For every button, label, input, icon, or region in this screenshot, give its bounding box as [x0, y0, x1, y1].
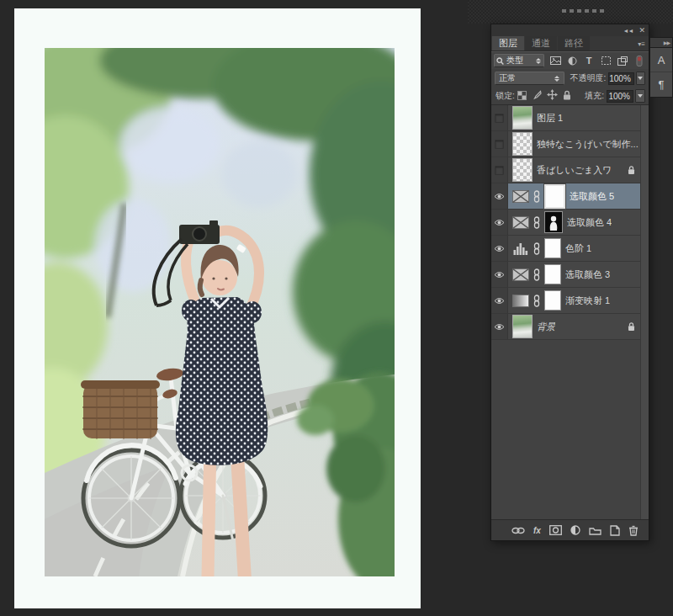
blend-mode-value: 正常 [499, 72, 516, 84]
lock-label: 锁定: [495, 90, 515, 102]
layer-row-dokutoku[interactable]: 独特なこうげいで制作... [491, 131, 649, 157]
opacity-dropdown-icon[interactable] [636, 72, 645, 85]
filter-kind-dropdown[interactable]: 类型 [494, 54, 544, 67]
tab-channels[interactable]: 通道 [525, 36, 557, 50]
eye-icon [494, 323, 505, 331]
layer-mask-thumbnail[interactable] [544, 264, 561, 284]
levels-icon [512, 242, 529, 255]
layers-panel: ◄◄ ✕ 图层 通道 路径 ▾≡ 类型 T [490, 24, 649, 541]
visibility-empty-well [495, 140, 504, 149]
visibility-toggle[interactable] [491, 183, 508, 209]
lock-icon [628, 166, 635, 175]
canvas-matte [14, 8, 421, 608]
background-dashes [562, 9, 607, 13]
panel-menu-icon[interactable]: ▾≡ [638, 40, 645, 48]
layer-row-selective-color-3[interactable]: 选取颜色 3 [491, 262, 649, 288]
collapsed-panel-dock: ▶▶ A ¶ [649, 37, 673, 98]
lock-all-icon[interactable] [563, 88, 571, 104]
layer-row-levels-1[interactable]: 色阶 1 [491, 236, 649, 262]
layer-row-kobashii[interactable]: 香ばしいごま入ワ [491, 157, 649, 183]
layer-filter-row: 类型 T [491, 51, 649, 69]
tab-layers[interactable]: 图层 [492, 36, 524, 50]
opacity-label: 不透明度: [570, 72, 606, 84]
layer-style-fx-icon[interactable]: fx [533, 526, 541, 535]
eye-icon [494, 219, 505, 226]
layer-row-gradient-map-1[interactable]: 渐变映射 1 [491, 288, 649, 314]
close-panel-icon[interactable]: ✕ [639, 26, 644, 35]
layer-name: 色阶 1 [565, 242, 591, 255]
visibility-empty-well [495, 166, 504, 175]
mask-link-icon[interactable] [533, 268, 540, 281]
layer-name: 渐变映射 1 [565, 295, 610, 307]
layer-name: 选取颜色 4 [567, 216, 612, 229]
paragraph-panel-button[interactable]: ¶ [650, 72, 672, 97]
panel-bottom-bar: fx [491, 519, 649, 540]
visibility-toggle[interactable] [491, 262, 508, 287]
search-icon [496, 57, 504, 65]
mask-link-icon[interactable] [533, 216, 540, 229]
eye-icon [494, 297, 505, 305]
new-layer-icon[interactable] [610, 525, 620, 536]
filter-shape-layers-icon[interactable] [599, 55, 612, 67]
layer-row-background[interactable]: 背景 [491, 314, 649, 340]
scrollbar[interactable] [640, 105, 649, 519]
visibility-toggle[interactable] [491, 210, 508, 235]
layers-list: 图层 1 独特なこうげいで制作... 香ばしいごま入ワ [491, 105, 649, 519]
tab-paths[interactable]: 路径 [558, 36, 590, 50]
mask-link-icon[interactable] [533, 190, 540, 203]
visibility-toggle[interactable] [491, 288, 508, 313]
layer-name: 选取颜色 3 [565, 268, 610, 281]
blend-mode-dropdown[interactable]: 正常 [495, 72, 564, 85]
layer-thumbnail[interactable] [512, 106, 533, 130]
lock-row: 锁定: 填充: 100% [491, 88, 649, 105]
filter-pixel-layers-icon[interactable] [548, 55, 562, 67]
fill-value[interactable]: 100% [607, 90, 633, 103]
link-layers-icon[interactable] [511, 527, 525, 534]
layer-mask-thumbnail[interactable] [544, 238, 561, 258]
dropdown-spinner-icon [534, 58, 542, 64]
visibility-toggle[interactable] [491, 236, 508, 261]
lock-transparency-icon[interactable] [517, 88, 527, 104]
add-layer-mask-icon[interactable] [549, 525, 562, 535]
eye-icon [494, 193, 505, 200]
gradient-map-icon [512, 295, 529, 307]
layer-name: 背景 [537, 321, 555, 333]
visibility-toggle[interactable] [491, 131, 508, 157]
eye-icon [494, 271, 505, 279]
visibility-toggle[interactable] [491, 157, 508, 183]
layer-thumbnail[interactable] [512, 315, 533, 338]
layer-mask-thumbnail[interactable] [544, 211, 563, 233]
filter-adjustment-layers-icon[interactable] [565, 55, 579, 67]
layer-mask-thumbnail[interactable] [544, 290, 561, 311]
dock-collapse-icon[interactable]: ▶▶ [649, 37, 673, 48]
layer-row-selective-color-4[interactable]: 选取颜色 4 [491, 210, 649, 236]
lock-position-move-icon[interactable] [547, 88, 558, 104]
layer-row-selective-color-5[interactable]: 选取颜色 5 [491, 183, 649, 210]
filter-smart-objects-icon[interactable] [616, 55, 629, 67]
dropdown-spinner-icon [553, 76, 560, 82]
selective-color-icon [512, 268, 529, 281]
layer-mask-thumbnail[interactable] [544, 184, 565, 209]
fill-dropdown-icon[interactable] [635, 89, 645, 103]
opacity-value[interactable]: 100% [608, 72, 634, 85]
panel-titlebar: ◄◄ ✕ [491, 24, 649, 36]
delete-layer-trash-icon[interactable] [628, 525, 639, 536]
new-adjustment-layer-icon[interactable] [570, 525, 580, 535]
character-panel-button[interactable]: A [650, 48, 672, 72]
new-group-folder-icon[interactable] [589, 526, 601, 535]
layer-row-tuceng-1[interactable]: 图层 1 [491, 105, 649, 131]
filter-toggle-icon[interactable] [633, 55, 646, 67]
layer-thumbnail[interactable] [512, 158, 533, 182]
filter-kind-label: 类型 [506, 55, 523, 66]
filter-type-layers-icon[interactable]: T [582, 55, 596, 67]
visibility-toggle[interactable] [491, 105, 508, 130]
document-photo[interactable] [45, 48, 395, 576]
mask-link-icon[interactable] [533, 295, 540, 307]
layer-name: 独特なこうげいで制作... [537, 138, 639, 151]
photoshop-workspace: ◄◄ ✕ 图层 通道 路径 ▾≡ 类型 T [0, 0, 673, 616]
layer-thumbnail[interactable] [512, 132, 533, 156]
lock-pixels-brush-icon[interactable] [532, 88, 542, 104]
mask-link-icon[interactable] [533, 242, 540, 255]
visibility-toggle[interactable] [491, 314, 508, 339]
collapse-panel-icon[interactable]: ◄◄ [623, 28, 633, 34]
